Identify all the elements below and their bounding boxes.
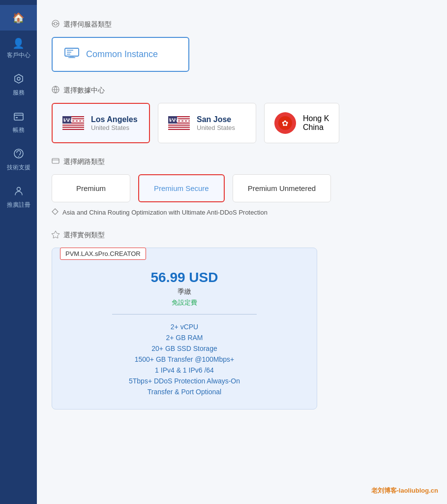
sidebar-item-billing[interactable]: 帳務 <box>0 104 37 141</box>
spec-ddos: 5Tbps+ DDoS Protection Always-On <box>64 376 305 386</box>
instance-price: 56.99 USD <box>64 270 305 285</box>
instance-type-label: 選擇實例類型 <box>63 231 105 240</box>
instance-type-icon <box>52 230 60 240</box>
instance-type-section-header: 選擇實例類型 <box>52 230 432 240</box>
datacenter-section-header: 選擇數據中心 <box>52 86 432 95</box>
instance-card-icon <box>64 47 79 62</box>
spec-vcpu: 2+ vCPU <box>64 321 305 332</box>
services-icon <box>13 73 24 87</box>
spec-ip: 1 IPv4 & 1 IPv6 /64 <box>64 365 305 376</box>
svg-text:★★★★: ★★★★ <box>63 118 73 121</box>
common-instance-card[interactable]: Common Instance <box>52 37 189 72</box>
sidebar-item-label: 客戶中心 <box>7 51 30 60</box>
billing-icon <box>13 111 24 124</box>
network-note-text: Asia and China Routing Optimization with… <box>62 209 268 216</box>
network-premium-secure-label: Premium Secure <box>154 184 209 192</box>
svg-rect-25 <box>62 129 84 130</box>
datacenter-hk-info: Hong K China <box>303 114 329 132</box>
common-instance-label: Common Instance <box>86 49 158 60</box>
server-type-section-header: 選擇伺服器類型 <box>52 20 432 29</box>
datacenter-lax-info: Los Angeles United States <box>91 115 138 131</box>
diamond-icon <box>52 208 59 217</box>
spec-port: Transfer & Port Optional <box>64 386 305 397</box>
us-flag-sjc: ★★★★★★ ★★★★ <box>168 116 190 130</box>
server-type-icon <box>52 20 60 29</box>
svg-text:✿: ✿ <box>282 119 288 127</box>
spec-ram: 2+ GB RAM <box>64 332 305 343</box>
svg-rect-3 <box>16 117 18 118</box>
main-content: 選擇伺服器類型 Common Instance <box>37 0 447 504</box>
home-icon: 🏠 <box>12 12 25 24</box>
instance-specs: 2+ vCPU 2+ GB RAM 20+ GB SSD Storage 150… <box>64 321 305 397</box>
sidebar-item-label: 推廣註冊 <box>7 201 30 209</box>
svg-rect-2 <box>14 113 23 120</box>
network-cards: Premium Premium Secure Premium Unmetered <box>52 174 432 202</box>
datacenter-lax-country: United States <box>91 124 138 131</box>
svg-point-6 <box>17 188 20 191</box>
svg-rect-34 <box>168 125 190 126</box>
instance-free-setup: 免設定費 <box>64 298 305 307</box>
spec-transfer: 1500+ GB Transfer @100Mbps+ <box>64 354 305 365</box>
svg-text:★★★★: ★★★★ <box>169 118 179 121</box>
svg-point-1 <box>17 77 20 80</box>
network-label: 選擇網路類型 <box>63 158 105 166</box>
sidebar-item-services[interactable]: 服務 <box>0 66 37 104</box>
svg-rect-42 <box>52 158 59 163</box>
svg-marker-0 <box>15 74 23 83</box>
sidebar-item-referral[interactable]: 推廣註冊 <box>0 179 37 216</box>
support-icon <box>13 148 24 161</box>
network-premium-unmetered-label: Premium Unmetered <box>248 184 316 192</box>
svg-point-8 <box>54 22 57 25</box>
datacenter-lax-city: Los Angeles <box>91 115 138 124</box>
datacenter-sjc-info: San Jose United States <box>197 115 235 131</box>
network-premium-label: Premium <box>76 184 106 192</box>
sidebar-item-support[interactable]: 技術支援 <box>0 141 37 179</box>
network-icon <box>52 157 60 166</box>
datacenter-sjc[interactable]: ★★★★★★ ★★★★ San Jose United States <box>158 103 256 143</box>
datacenter-sjc-country: United States <box>197 124 235 131</box>
instance-period: 季繳 <box>64 287 305 296</box>
network-premium-unmetered[interactable]: Premium Unmetered <box>233 174 331 202</box>
sidebar-item-client-center[interactable]: 👤 客戶中心 <box>0 31 37 66</box>
datacenter-hk-city: Hong K <box>303 114 329 123</box>
datacenter-sjc-city: San Jose <box>197 115 235 124</box>
instance-divider <box>112 314 257 315</box>
datacenter-lax[interactable]: ★★★★★★ ★★★★ Los Angeles United States <box>52 103 150 143</box>
sidebar: 🏠 👤 客戶中心 服務 帳務 <box>0 0 37 504</box>
client-center-icon: 👤 <box>12 37 25 49</box>
sidebar-item-home[interactable]: 🏠 <box>0 5 37 31</box>
network-section-header: 選擇網路類型 <box>52 157 432 166</box>
server-type-label: 選擇伺服器類型 <box>63 20 112 29</box>
instance-sku: PVM.LAX.sPro.CREATOR <box>60 248 146 260</box>
svg-point-5 <box>18 156 19 157</box>
svg-rect-36 <box>168 129 190 130</box>
svg-rect-35 <box>168 127 190 128</box>
hk-flag: ✿ <box>274 112 296 134</box>
referral-icon <box>13 186 24 199</box>
svg-marker-43 <box>52 209 58 215</box>
instance-type-card[interactable]: PVM.LAX.sPro.CREATOR 56.99 USD 季繳 免設定費 2… <box>52 248 317 410</box>
datacenter-hk-country: China <box>303 123 329 132</box>
datacenter-cards: ★★★★★★ ★★★★ Los Angeles United States ★★… <box>52 103 432 143</box>
svg-rect-23 <box>62 125 84 126</box>
svg-rect-24 <box>62 127 84 128</box>
datacenter-label: 選擇數據中心 <box>63 86 105 95</box>
sidebar-item-label: 服務 <box>13 89 25 97</box>
server-type-cards: Common Instance <box>52 37 432 72</box>
us-flag-lax: ★★★★★★ ★★★★ <box>62 116 84 130</box>
datacenter-hk[interactable]: ✿ Hong K China <box>264 103 339 143</box>
datacenter-icon <box>52 86 60 95</box>
network-premium-secure[interactable]: Premium Secure <box>138 174 225 202</box>
spec-storage: 20+ GB SSD Storage <box>64 343 305 354</box>
sidebar-item-label: 技術支援 <box>7 163 30 172</box>
sidebar-item-label: 帳務 <box>13 126 25 134</box>
network-premium[interactable]: Premium <box>52 174 130 202</box>
network-note: Asia and China Routing Optimization with… <box>52 208 432 217</box>
